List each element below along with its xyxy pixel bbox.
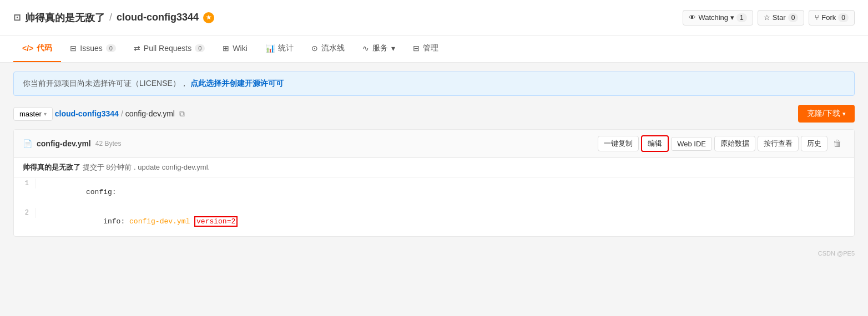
file-size: 42 Bytes [95, 140, 122, 147]
commit-action: 提交于 [83, 163, 104, 171]
issues-icon: ⊟ [70, 44, 77, 53]
watching-dropdown-icon: ▾ [730, 13, 734, 22]
path-link[interactable]: cloud-config3344 [55, 109, 119, 118]
repo-icon: ⊡ [13, 12, 21, 23]
tab-services-label: 服务 [372, 43, 388, 53]
line-content-1: config: [36, 179, 854, 206]
services-dropdown-icon: ▾ [391, 44, 395, 53]
tab-pipeline[interactable]: ⊙ 流水线 [302, 35, 354, 62]
commit-message: . update config-dev.yml. [134, 163, 210, 171]
fork-icon: ⑂ [815, 13, 819, 22]
license-banner: 你当前开源项目尚未选择许可证（LICENSE）， 点此选择并创建开源许可可 [13, 72, 855, 96]
line-number-2: 2 [14, 208, 36, 218]
page-header: ⊡ 帅得真的是无敌了 / cloud-config3344 ★ 👁 Watchi… [0, 0, 868, 35]
tab-issues[interactable]: ⊟ Issues 0 [61, 36, 125, 62]
file-actions: 一键复制 编辑 Web IDE 原始数据 按行查看 历史 🗑 [598, 135, 845, 152]
tab-stats-label: 统计 [278, 43, 294, 53]
header-actions: 👁 Watching ▾ 1 ☆ Star 0 ⑂ Fork 0 [683, 10, 855, 26]
watching-label: Watching [698, 13, 728, 22]
repo-slash: / [109, 12, 112, 23]
fork-label: Fork [821, 13, 836, 22]
tab-stats[interactable]: 📊 统计 [256, 35, 302, 62]
pipeline-icon: ⊙ [311, 44, 318, 53]
current-file: config-dev.yml [125, 109, 175, 118]
code-version-value: version=2 [194, 216, 238, 227]
repo-owner: 帅得真的是无敌了 [25, 11, 105, 24]
file-viewer: 📄 config-dev.yml 42 Bytes 一键复制 编辑 Web ID… [13, 129, 855, 237]
branch-name: master [19, 110, 42, 118]
copy-path-icon[interactable]: ⧉ [179, 109, 185, 119]
watching-count: 1 [736, 13, 747, 22]
line-number-1: 1 [14, 179, 36, 188]
delete-button[interactable]: 🗑 [830, 136, 845, 151]
tab-code[interactable]: </> 代码 [13, 35, 61, 62]
footer: CSDN @PE5 [0, 246, 868, 261]
file-name: config-dev.yml [37, 139, 91, 148]
commit-time: 8分钟前 [106, 163, 132, 171]
line-content-2: info: config-dev.yml version=2 [36, 208, 854, 235]
watching-button[interactable]: 👁 Watching ▾ 1 [683, 10, 753, 26]
stats-icon: 📊 [265, 44, 275, 53]
webide-button[interactable]: Web IDE [671, 137, 712, 151]
code-info-key: info: [86, 217, 129, 226]
tab-pullrequests[interactable]: ⇄ Pull Requests 0 [125, 36, 214, 62]
tab-pr-label: Pull Requests [144, 44, 191, 53]
footer-text: CSDN @PE5 [818, 250, 855, 257]
code-key-config: config: [86, 188, 117, 196]
edit-button[interactable]: 编辑 [641, 135, 669, 152]
tab-pipeline-label: 流水线 [321, 43, 345, 53]
nav-tabs: </> 代码 ⊟ Issues 0 ⇄ Pull Requests 0 ⊞ Wi… [0, 35, 868, 63]
file-header: 📄 config-dev.yml 42 Bytes 一键复制 编辑 Web ID… [14, 130, 854, 158]
eye-icon: 👁 [689, 13, 696, 22]
star-count: 0 [788, 13, 799, 22]
code-line-2: 2 info: config-dev.yml version=2 [14, 207, 854, 236]
tab-issues-label: Issues [80, 44, 102, 53]
tab-wiki[interactable]: ⊞ Wiki [214, 36, 256, 62]
file-info: 📄 config-dev.yml 42 Bytes [23, 139, 121, 148]
code-icon: </> [22, 44, 33, 53]
wiki-icon: ⊞ [223, 44, 229, 53]
manage-icon: ⊟ [413, 44, 420, 53]
file-type-icon: 📄 [23, 139, 32, 148]
tab-manage-label: 管理 [423, 43, 438, 53]
star-label: Star [773, 13, 786, 22]
license-text-prefix: 你当前开源项目尚未选择许可证（LICENSE）， [23, 79, 188, 88]
copy-all-button[interactable]: 一键复制 [598, 136, 639, 151]
tab-services[interactable]: ∿ 服务 ▾ [354, 35, 404, 62]
code-line-1: 1 config: [14, 177, 854, 207]
commit-author: 帅得真的是无敌了 [23, 163, 80, 171]
pr-badge: 0 [195, 44, 205, 52]
tab-manage[interactable]: ⊟ 管理 [404, 35, 447, 62]
tab-code-label: 代码 [37, 43, 52, 53]
services-icon: ∿ [362, 44, 369, 53]
fork-button[interactable]: ⑂ Fork 0 [809, 10, 855, 26]
main-content: 你当前开源项目尚未选择许可证（LICENSE）， 点此选择并创建开源许可可 ma… [0, 63, 868, 246]
star-icon: ☆ [764, 13, 770, 22]
achievement-icon: ★ [203, 12, 214, 23]
branch-chevron-icon: ▾ [44, 111, 47, 117]
breadcrumb: master ▾ cloud-config3344 / config-dev.y… [13, 107, 185, 121]
path-separator: / [121, 109, 123, 118]
commit-info: 帅得真的是无敌了 提交于 8分钟前 . update config-dev.ym… [14, 158, 854, 177]
breadcrumb-row: master ▾ cloud-config3344 / config-dev.y… [13, 105, 855, 123]
repo-title: ⊡ 帅得真的是无敌了 / cloud-config3344 ★ [13, 11, 214, 24]
code-area: 1 config: 2 info: config-dev.yml version… [14, 177, 854, 236]
issues-badge: 0 [106, 44, 116, 52]
tab-wiki-label: Wiki [233, 44, 247, 53]
fork-count: 0 [838, 13, 849, 22]
code-filename-value: config-dev.yml [129, 217, 194, 226]
pr-icon: ⇄ [134, 44, 140, 53]
blame-button[interactable]: 按行查看 [758, 136, 799, 151]
branch-selector[interactable]: master ▾ [13, 107, 53, 121]
raw-button[interactable]: 原始数据 [714, 136, 755, 151]
clone-chevron-icon: ▾ [842, 110, 846, 118]
license-link[interactable]: 点此选择并创建开源许可可 [190, 79, 284, 88]
history-button[interactable]: 历史 [801, 136, 827, 151]
star-button[interactable]: ☆ Star 0 [758, 10, 805, 26]
repo-name: cloud-config3344 [117, 12, 199, 23]
clone-download-button[interactable]: 克隆/下载 ▾ [798, 105, 855, 123]
clone-label: 克隆/下载 [807, 109, 840, 119]
